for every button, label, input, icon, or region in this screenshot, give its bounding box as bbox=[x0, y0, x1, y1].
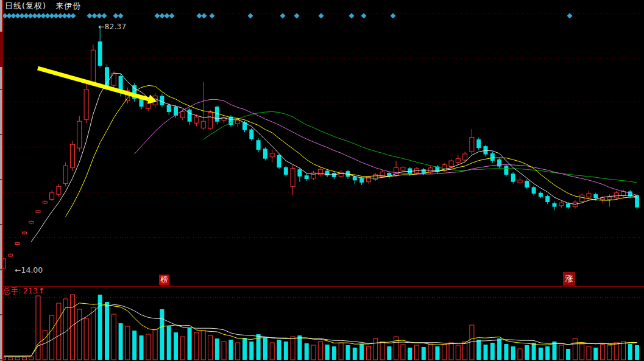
signal-diamond-icon bbox=[71, 13, 76, 19]
signal-diamond-icon bbox=[113, 13, 119, 19]
signal-diamond-icon bbox=[294, 13, 300, 19]
title-symbol: 来伊份 bbox=[55, 1, 81, 10]
signal-diamond-icon bbox=[361, 13, 367, 19]
trend-arrow-annotation[interactable] bbox=[38, 68, 157, 104]
peak-price-label: ←82.37 bbox=[98, 22, 126, 31]
signal-diamond-icon bbox=[102, 13, 107, 19]
scrollbar-thumb[interactable] bbox=[0, 32, 3, 67]
chart-title: 日线(复权)来伊份 bbox=[5, 1, 81, 12]
signal-diamonds-row bbox=[2, 13, 573, 19]
left-arrow-glyph: ← bbox=[98, 22, 104, 31]
signal-diamond-icon bbox=[280, 13, 286, 19]
signal-diamond-icon bbox=[197, 13, 202, 19]
signal-diamond-icon bbox=[92, 13, 97, 19]
volume-total-text: 总手: 213 bbox=[3, 286, 38, 295]
signal-diamond-icon bbox=[97, 13, 102, 19]
volume-bars-group[interactable] bbox=[2, 295, 640, 360]
signal-diamond-icon bbox=[349, 13, 355, 19]
price-ma5-line bbox=[31, 73, 637, 242]
up-arrow-glyph: ↑ bbox=[38, 286, 44, 295]
signal-diamond-icon bbox=[248, 13, 253, 19]
signal-diamond-icon bbox=[169, 13, 175, 19]
signal-diamond-icon bbox=[210, 13, 215, 19]
peak-price-value: 82.37 bbox=[104, 22, 126, 31]
signal-diamond-icon bbox=[319, 13, 324, 19]
volume-total-label: 总手: 213↑ bbox=[3, 286, 45, 296]
title-period: 日线(复权) bbox=[5, 1, 46, 10]
signal-diamond-icon bbox=[118, 13, 124, 19]
left-arrow-glyph: ← bbox=[15, 265, 21, 275]
price-volume-chart[interactable] bbox=[0, 0, 644, 361]
low-price-label: ←14.00 bbox=[15, 265, 43, 275]
signal-diamond-icon bbox=[87, 13, 93, 19]
badge-zhang[interactable]: 涨 bbox=[563, 272, 575, 286]
badge-bang[interactable]: 榜 bbox=[159, 275, 169, 285]
signal-diamond-icon bbox=[202, 13, 207, 19]
low-price-value: 14.00 bbox=[21, 265, 43, 275]
stock-chart-window: 日线(复权)来伊份 ←82.37 ←14.00 榜 涨 总手: 213↑ bbox=[0, 0, 644, 361]
signal-diamond-icon bbox=[391, 13, 396, 19]
signal-diamond-icon bbox=[165, 13, 170, 19]
signal-diamond-icon bbox=[567, 13, 573, 19]
price-ma10-line bbox=[66, 86, 637, 217]
signal-diamond-icon bbox=[155, 13, 160, 19]
signal-diamond-icon bbox=[160, 13, 165, 19]
